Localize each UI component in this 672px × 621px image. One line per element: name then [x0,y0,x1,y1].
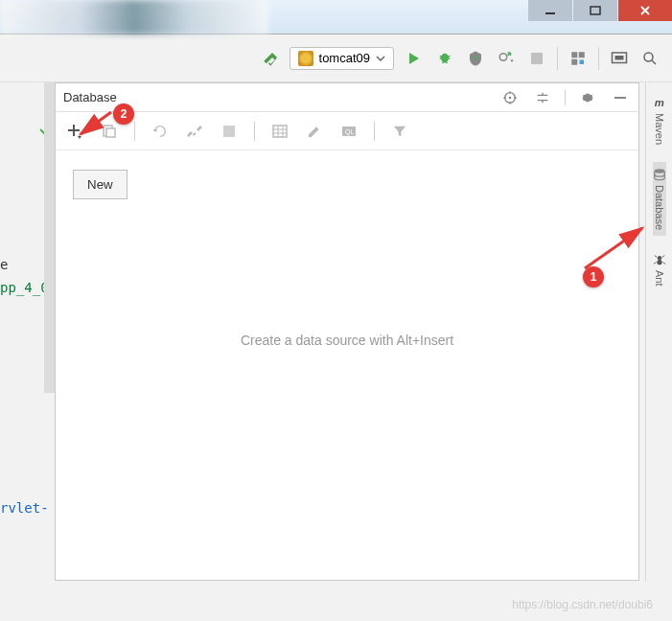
svg-rect-5 [579,52,585,58]
svg-rect-3 [531,53,543,64]
ant-tab[interactable]: Ant [653,247,666,292]
annotation-badge-2: 2 [113,104,134,125]
svg-rect-16 [223,126,235,137]
run-config-label: tomcat09 [319,51,370,65]
svg-rect-7 [580,59,585,64]
chevron-down-icon [376,54,385,63]
stop-button[interactable] [526,48,547,69]
debug-button[interactable] [434,48,455,69]
database-panel-header: Database [56,83,638,112]
edit-icon[interactable] [305,122,324,141]
search-icon[interactable] [639,48,660,69]
split-icon[interactable] [532,87,553,108]
run-button[interactable] [404,48,425,69]
svg-rect-17 [273,126,287,137]
code-fragment: e [0,257,8,272]
watermark: https://blog.csdn.net/doubi6 [512,598,653,611]
svg-text:QL: QL [345,128,354,136]
maximize-button[interactable] [573,0,617,21]
coverage-icon[interactable] [465,48,486,69]
code-fragment: rvlet- [0,500,49,516]
svg-point-23 [657,260,661,264]
svg-rect-9 [615,56,624,60]
database-tab[interactable]: Database [653,162,666,236]
build-icon[interactable] [259,48,280,69]
svg-text:m: m [654,97,663,108]
svg-rect-4 [571,52,577,58]
database-panel-body: New Create a data source with Alt+Insert [56,150,638,580]
filter-icon[interactable] [390,122,409,141]
svg-line-24 [585,228,642,268]
maven-icon: m [653,96,666,109]
annotation-badge-1: 1 [583,266,604,288]
disconnect-icon[interactable] [220,122,239,141]
svg-rect-13 [614,97,626,99]
main-toolbar: tomcat09 [0,34,672,82]
tomcat-icon [298,51,313,66]
minimize-button[interactable] [528,0,572,21]
svg-point-22 [657,256,660,260]
database-panel-title: Database [63,90,499,104]
database-panel: Database QL New Create a data source wit… [55,82,639,581]
svg-rect-6 [571,58,577,64]
placeholder-text: Create a data source with Alt+Insert [56,333,638,348]
svg-point-10 [644,53,653,61]
svg-line-25 [81,112,111,134]
database-icon [653,168,666,181]
gear-icon[interactable] [577,87,598,108]
refresh-icon[interactable] [151,122,170,141]
database-toolbar: QL [56,112,638,150]
profile-dropdown[interactable] [496,48,517,69]
new-button[interactable]: New [73,170,127,199]
project-structure-icon[interactable] [568,48,589,69]
console-icon[interactable]: QL [339,122,359,141]
svg-rect-0 [545,12,555,14]
svg-rect-1 [591,7,600,14]
ant-icon [653,253,666,266]
right-tool-stripe: m Maven Database Ant [645,82,672,581]
svg-point-21 [654,169,664,172]
file-strip [44,82,55,393]
svg-point-12 [509,96,512,99]
svg-point-2 [499,53,507,60]
maven-tab[interactable]: m Maven [653,90,666,150]
table-icon[interactable] [270,122,290,141]
close-button[interactable] [618,0,672,21]
code-fragment: pp_4_0 [0,280,49,295]
presentation-icon[interactable] [609,48,630,69]
run-configuration-dropdown[interactable]: tomcat09 [290,47,394,70]
minimize-panel-icon[interactable] [610,87,631,108]
target-icon[interactable] [499,87,521,108]
properties-icon[interactable] [185,122,204,141]
